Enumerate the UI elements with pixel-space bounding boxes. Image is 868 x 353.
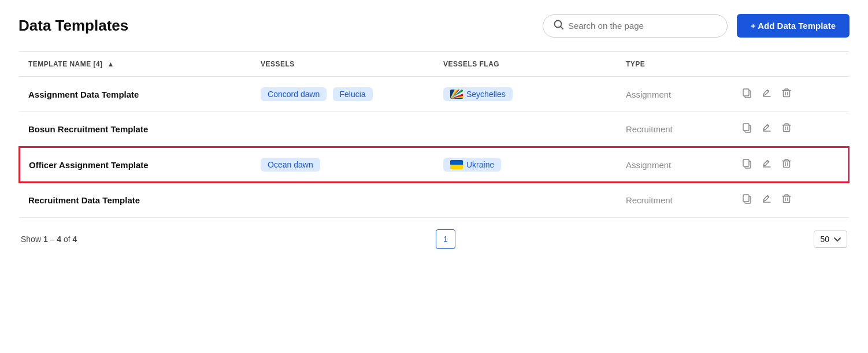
cell-actions: [733, 112, 849, 147]
svg-rect-14: [743, 89, 749, 96]
svg-rect-18: [783, 125, 789, 132]
header: Data Templates + Add Data Template: [18, 14, 850, 38]
cell-name: Bosun Recruitment Template: [19, 112, 251, 147]
actions-group: [742, 158, 839, 172]
type-text: Recruitment: [626, 124, 673, 134]
cell-vessels: [251, 112, 434, 147]
table-row: Assignment Data Template Concord dawn Fe…: [19, 77, 849, 112]
range-end: 4: [57, 235, 61, 244]
show-info: Show 1 – 4 of 4: [21, 235, 77, 244]
col-header-flag: VESSELS FLAG: [434, 52, 617, 77]
sort-arrow-icon[interactable]: ▲: [107, 60, 114, 68]
col-header-vessels: VESSELS: [251, 52, 434, 77]
edit-icon[interactable]: [762, 88, 772, 101]
cell-actions: [733, 77, 849, 112]
table-row: Bosun Recruitment Template Recruitment: [19, 112, 849, 147]
col-header-type: TYPE: [617, 52, 733, 77]
search-input[interactable]: [568, 21, 717, 31]
svg-rect-20: [450, 160, 463, 165]
chevron-down-icon: [834, 235, 841, 244]
copy-icon[interactable]: [742, 158, 752, 172]
template-name-text: Officer Assignment Template: [29, 160, 149, 170]
type-text: Recruitment: [626, 195, 673, 205]
vessel-tag: Ocean dawn: [261, 158, 320, 172]
actions-group: [742, 88, 840, 101]
cell-vessels: [251, 183, 434, 218]
header-right: + Add Data Template: [543, 14, 850, 38]
cell-type: Recruitment: [617, 112, 733, 147]
svg-rect-24: [783, 161, 789, 167]
page-title: Data Templates: [18, 17, 128, 35]
actions-group: [742, 194, 840, 207]
copy-icon[interactable]: [742, 194, 752, 207]
cell-vessels: Ocean dawn: [251, 147, 434, 183]
cell-name: Assignment Data Template: [19, 77, 251, 112]
cell-name: Recruitment Data Template: [19, 183, 251, 218]
actions-group: [742, 122, 840, 136]
edit-icon[interactable]: [762, 194, 772, 207]
total-count: 4: [73, 235, 77, 244]
table-header-row: TEMPLATE NAME [4] ▲ VESSELS VESSELS FLAG…: [19, 52, 849, 77]
vessel-tag: Felucia: [333, 87, 373, 101]
cell-flag: Seychelles: [434, 77, 617, 112]
pagination: 1: [436, 229, 455, 249]
table-row: Recruitment Data Template Recruitment: [19, 183, 849, 218]
svg-rect-21: [450, 165, 463, 169]
svg-rect-15: [783, 90, 789, 96]
template-name-text: Recruitment Data Template: [28, 195, 140, 205]
copy-icon[interactable]: [742, 122, 752, 136]
cell-vessels: Concord dawn Felucia: [251, 77, 434, 112]
per-page-selector[interactable]: 50: [814, 231, 847, 248]
svg-rect-26: [743, 195, 749, 202]
delete-icon[interactable]: [781, 194, 792, 207]
cell-type: Assignment: [617, 77, 733, 112]
edit-icon[interactable]: [762, 122, 772, 136]
range-start: 1: [43, 235, 48, 244]
table-row-highlighted: Officer Assignment Template Ocean dawn: [19, 147, 849, 183]
cell-actions: [733, 147, 849, 183]
col-header-actions: [733, 52, 849, 77]
template-name-text: Bosun Recruitment Template: [28, 124, 148, 134]
flag-tag: Seychelles: [443, 87, 513, 101]
copy-icon[interactable]: [742, 88, 752, 101]
svg-line-1: [561, 27, 563, 29]
cell-actions: [733, 183, 849, 218]
delete-icon[interactable]: [781, 88, 792, 101]
footer: Show 1 – 4 of 4 1 50: [18, 229, 850, 249]
search-box[interactable]: [543, 14, 728, 38]
cell-flag: Ukraine: [434, 147, 617, 183]
add-data-template-button[interactable]: + Add Data Template: [737, 14, 850, 38]
vessel-tag: Concord dawn: [261, 87, 327, 101]
svg-rect-17: [743, 124, 749, 131]
type-text: Assignment: [626, 160, 671, 170]
svg-rect-27: [783, 196, 789, 203]
page-1-button[interactable]: 1: [436, 229, 455, 249]
data-table: TEMPLATE NAME [4] ▲ VESSELS VESSELS FLAG…: [18, 51, 850, 218]
edit-icon[interactable]: [762, 158, 772, 172]
search-icon: [554, 20, 563, 32]
col-header-name[interactable]: TEMPLATE NAME [4] ▲: [19, 52, 251, 77]
cell-flag: [434, 183, 617, 218]
delete-icon[interactable]: [781, 122, 792, 136]
cell-name: Officer Assignment Template: [19, 147, 251, 183]
cell-type: Recruitment: [617, 183, 733, 218]
col-name-label: TEMPLATE NAME [4]: [28, 60, 103, 68]
cell-flag: [434, 112, 617, 147]
template-name-text: Assignment Data Template: [28, 90, 139, 99]
per-page-value: 50: [820, 235, 829, 244]
flag-tag: Ukraine: [443, 158, 501, 172]
page-wrapper: Data Templates + Add Data Template TEMPL…: [0, 0, 868, 353]
svg-rect-23: [743, 159, 749, 166]
delete-icon[interactable]: [781, 158, 792, 172]
cell-type: Assignment: [617, 147, 733, 183]
type-text: Assignment: [626, 90, 671, 99]
